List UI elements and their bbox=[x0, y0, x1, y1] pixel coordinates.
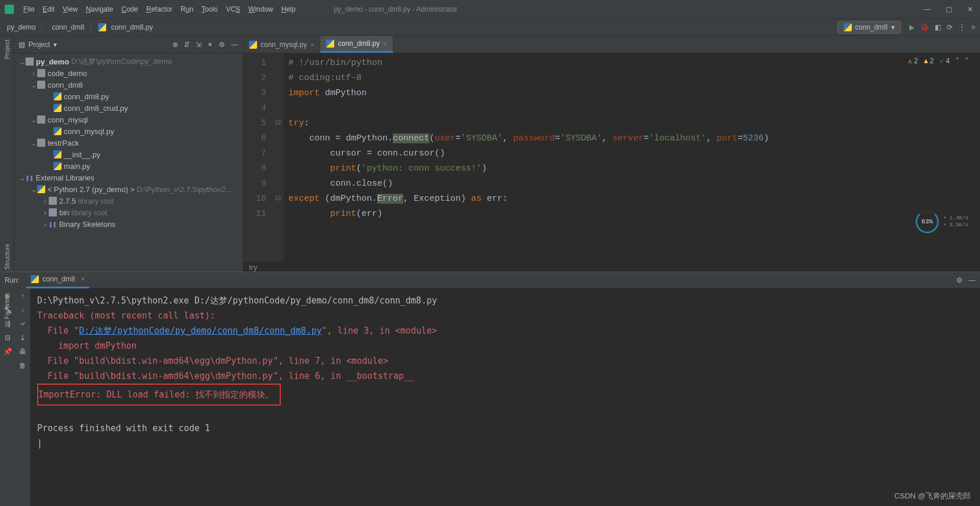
tree-item[interactable]: __init__.py bbox=[64, 150, 100, 159]
warning-icon: ▲ bbox=[924, 57, 928, 66]
chevron-up-icon[interactable]: ˄ bbox=[956, 57, 959, 66]
python-icon bbox=[98, 23, 106, 31]
settings-icon[interactable]: ✶ bbox=[207, 41, 213, 49]
console-output[interactable]: D:\Python_v\2.7.5\python2.exe D:/达梦/pyth… bbox=[30, 288, 980, 506]
print-icon[interactable]: 🖶 bbox=[19, 348, 26, 356]
close-icon[interactable]: × bbox=[384, 40, 387, 47]
hide-icon[interactable]: — bbox=[231, 41, 238, 49]
tree-item[interactable]: testrPack bbox=[48, 139, 79, 147]
check-icon: ✓ bbox=[940, 57, 944, 66]
left-tool-strip: Project bbox=[0, 36, 14, 272]
menu-vcs[interactable]: VCS bbox=[222, 3, 244, 16]
project-panel-title[interactable]: Project bbox=[28, 41, 50, 49]
breadcrumb: py_demo〉 conn_dm8〉 conn_dm8.py bbox=[5, 22, 155, 32]
tree-item[interactable]: conn_mysql.py bbox=[64, 127, 114, 136]
editor-tabs: conn_mysql.py× conn_dm8.py× bbox=[243, 36, 980, 53]
window-controls: — ▢ ✕ bbox=[921, 4, 975, 15]
menu-tools[interactable]: Tools bbox=[198, 3, 221, 16]
performance-widget[interactable]: 63% • 1.4K/s• 8.5K/s bbox=[916, 210, 968, 233]
close-icon[interactable]: × bbox=[81, 275, 85, 283]
menu-window[interactable]: Window bbox=[245, 3, 277, 16]
run-config-selector[interactable]: conn_dm8 ▾ bbox=[837, 21, 901, 34]
code-content[interactable]: # !/usr/bin/python # coding:utf-8 import… bbox=[284, 53, 769, 262]
run-tool-window: Run: conn_dm8 × ⚙ — ▶ 🔧 ⇶ ⊟ 📌 ↑ ↓ ⤶ ⤓ bbox=[0, 272, 980, 506]
menu-code[interactable]: Code bbox=[118, 3, 142, 16]
up-icon[interactable]: ↑ bbox=[21, 292, 24, 300]
tab-conn-mysql[interactable]: conn_mysql.py× bbox=[243, 37, 320, 53]
editor: conn_mysql.py× conn_dm8.py× 123456789101… bbox=[243, 36, 980, 272]
tree-external-libs[interactable]: External Libraries bbox=[36, 174, 95, 182]
project-view-icon: ▤ bbox=[19, 41, 25, 49]
menu-navigate[interactable]: Navigate bbox=[82, 3, 117, 16]
warning-icon: ⚠ bbox=[908, 57, 912, 66]
wrap-icon[interactable]: ⤶ bbox=[20, 320, 26, 328]
more-icon[interactable]: ⋮ bbox=[959, 23, 965, 31]
tree-python[interactable]: < Python 2.7 (py_demo) > bbox=[48, 185, 135, 194]
tree-item[interactable]: conn_dm8.py bbox=[64, 92, 109, 101]
project-tool-button[interactable]: Project bbox=[3, 39, 10, 59]
profile-button[interactable]: ⟳ bbox=[947, 23, 953, 31]
tree-item[interactable]: conn_dm8 bbox=[48, 81, 83, 89]
scroll-icon[interactable]: ⤓ bbox=[20, 334, 26, 342]
structure-tool-button[interactable]: Structure bbox=[3, 244, 10, 270]
python-icon bbox=[326, 39, 334, 48]
coverage-button[interactable]: ◧ bbox=[935, 23, 941, 31]
gear-icon[interactable]: ⚙ bbox=[219, 41, 225, 49]
chevron-down-icon[interactable]: ˅ bbox=[965, 57, 968, 66]
down-icon[interactable]: ↓ bbox=[21, 306, 24, 314]
expand-icon[interactable]: ⇵ bbox=[184, 41, 190, 49]
file-link[interactable]: D:/达梦/pythonCode/py_demo/conn_dm8/conn_d… bbox=[79, 326, 321, 336]
watermark: CSDN @飞奔的屎壳郎 bbox=[894, 491, 971, 501]
code-editor[interactable]: 1234567891011 ⊟⊟ # !/usr/bin/python # co… bbox=[243, 53, 980, 262]
debug-button[interactable]: 🐞 bbox=[920, 23, 929, 31]
tree-item[interactable]: bin bbox=[59, 208, 69, 217]
pin-icon[interactable]: 📌 bbox=[3, 348, 12, 356]
menu-view[interactable]: View bbox=[59, 3, 81, 16]
menu-refactor[interactable]: Refactor bbox=[143, 3, 176, 16]
error-highlight: ImportError: DLL load failed: 找不到指定的模块。 bbox=[37, 384, 281, 406]
filter-icon[interactable]: ⇶ bbox=[5, 320, 10, 328]
python-icon bbox=[249, 41, 257, 49]
tree-item[interactable]: conn_dm8_crud.py bbox=[64, 104, 128, 113]
gear-icon[interactable]: ⚙ bbox=[956, 276, 963, 284]
crumb-file[interactable]: conn_dm8.py bbox=[109, 22, 155, 32]
chevron-down-icon[interactable]: ▾ bbox=[53, 41, 57, 49]
run-config-area: conn_dm8 ▾ ▶ 🐞 ◧ ⟳ ⋮ ■ bbox=[837, 21, 975, 34]
perf-stats: • 1.4K/s• 8.5K/s bbox=[943, 215, 968, 229]
tree-root[interactable]: py_demo bbox=[36, 57, 69, 66]
inspection-hints[interactable]: ⚠2 ▲2 ✓4 ˄ ˅ bbox=[908, 57, 968, 66]
crumb-folder[interactable]: conn_dm8 bbox=[49, 22, 86, 32]
collapse-icon[interactable]: ⇲ bbox=[196, 41, 201, 49]
tree-item[interactable]: code_demo bbox=[48, 69, 87, 78]
run-tab[interactable]: conn_dm8 × bbox=[26, 272, 89, 288]
run-button[interactable]: ▶ bbox=[909, 23, 914, 31]
menu-run[interactable]: Run bbox=[177, 3, 197, 16]
layout-icon[interactable]: ⊟ bbox=[5, 334, 10, 342]
window-title: py_demo - conn_dm8.py - Administrator bbox=[334, 5, 457, 13]
project-tree[interactable]: ⌄py_demo D:\达梦\pythonCode\py_demo ›code_… bbox=[14, 53, 243, 272]
menu-help[interactable]: Help bbox=[278, 3, 299, 16]
tab-conn-dm8[interactable]: conn_dm8.py× bbox=[320, 36, 393, 53]
maximize-button[interactable]: ▢ bbox=[943, 4, 954, 15]
menu-file[interactable]: File bbox=[20, 3, 38, 16]
perf-gauge: 63% bbox=[916, 210, 939, 233]
run-config-name: conn_dm8 bbox=[855, 23, 888, 31]
tree-item[interactable]: main.py bbox=[64, 162, 91, 171]
crumb-project[interactable]: py_demo bbox=[5, 22, 38, 32]
hide-icon[interactable]: — bbox=[968, 276, 975, 284]
minimize-button[interactable]: — bbox=[921, 4, 933, 15]
title-bar: File Edit View Navigate Code Refactor Ru… bbox=[0, 0, 980, 19]
main-menu: File Edit View Navigate Code Refactor Ru… bbox=[20, 3, 299, 16]
favorites-tool-button[interactable]: Favorites bbox=[3, 293, 10, 319]
close-button[interactable]: ✕ bbox=[965, 4, 975, 15]
tree-item[interactable]: conn_mysql bbox=[48, 115, 88, 124]
locate-icon[interactable]: ⊕ bbox=[172, 41, 178, 49]
tree-item[interactable]: Binary Skeletons bbox=[59, 220, 116, 229]
trash-icon[interactable]: 🗑 bbox=[19, 362, 26, 370]
menu-edit[interactable]: Edit bbox=[39, 3, 58, 16]
close-icon[interactable]: × bbox=[310, 41, 314, 48]
stop-button[interactable]: ■ bbox=[971, 23, 975, 31]
run-toolbar: ▶ 🔧 ⇶ ⊟ 📌 ↑ ↓ ⤶ ⤓ 🖶 🗑 bbox=[0, 288, 30, 506]
context-breadcrumb[interactable]: try bbox=[243, 263, 980, 272]
tree-item[interactable]: 2.7.5 bbox=[59, 197, 76, 205]
